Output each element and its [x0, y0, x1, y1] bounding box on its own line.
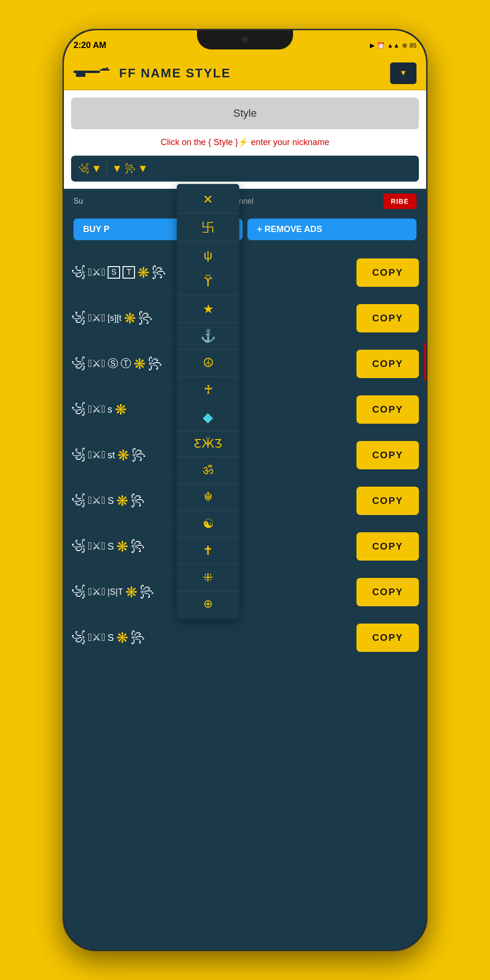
dropdown-item-om[interactable]: ॐ: [177, 457, 239, 484]
copy-button-9[interactable]: COPY: [356, 624, 419, 652]
ff-symbol-right-2: ❋: [124, 310, 136, 327]
right-symbol: ▼: [112, 162, 122, 175]
action-row: BUY P + REMOVE ADS: [64, 214, 426, 245]
ff-char-2: 𓆩⚔𓆪: [88, 312, 105, 324]
header-dropdown-btn[interactable]: ▼: [390, 62, 416, 84]
ff-symbol-9: ꧁: [71, 629, 86, 646]
instruction-text: Click on the { Style }⚡ enter your nickn…: [71, 136, 419, 148]
phone-frame: 2:20 AM ▶ ⏰ ▲▲ ⊗ 85 FF NAME: [62, 29, 428, 951]
selector-divider: [107, 161, 107, 176]
ff-symbol-right-8: ❋: [125, 584, 137, 600]
dropdown-item-khanda[interactable]: ☬: [177, 484, 239, 511]
dropdown-item-candle[interactable]: ♰: [177, 377, 239, 404]
header-dropdown-arrow: ▼: [400, 69, 407, 77]
ff-char-1: 𓆩⚔𓆪: [88, 266, 105, 279]
dropdown-item-peace[interactable]: ☮: [177, 350, 239, 377]
copy-button-1[interactable]: COPY: [356, 258, 419, 287]
table-row: ꧁ 𓆩⚔𓆪 s ❋ COPY: [64, 387, 426, 432]
ff-char-4: 𓆩⚔𓆪: [88, 403, 105, 416]
table-row: ꧁ 𓆩⚔𓆪 S T ❋ ꧂ COPY: [64, 250, 426, 295]
style-input-area[interactable]: Style: [71, 98, 419, 129]
box-s: S: [108, 266, 121, 279]
ff-symbol-right-6: ❋: [116, 492, 128, 509]
svg-point-4: [106, 67, 108, 69]
wifi-icon: ⊗: [402, 42, 407, 49]
table-row: ꧁ 𓆩⚔𓆪 Ⓢ Ⓣ ❋ ꧂ COPY: [64, 341, 426, 387]
style-preview-9: ꧁ 𓆩⚔𓆪 S ❋ ꧂: [71, 629, 356, 646]
table-row: ꧁ 𓆩⚔𓆪 S ❋ ꧂ COPY: [64, 478, 426, 524]
copy-button-6[interactable]: COPY: [356, 487, 419, 515]
table-row: ꧁ 𓆩⚔𓆪 st ❋ ꧂ COPY: [64, 432, 426, 478]
signal-icon: ▲▲: [387, 42, 400, 49]
dropdown-item-shield[interactable]: ⊕: [177, 591, 239, 616]
dropdown-item-star[interactable]: ★: [177, 296, 239, 323]
ff-symbol-right-1: ❋: [137, 264, 149, 281]
ff-symbol-end-2: ꧂: [138, 310, 153, 326]
plain-st: st: [108, 450, 115, 461]
circle-s: Ⓢ: [108, 356, 118, 371]
ff-symbol-4: ꧁: [71, 401, 86, 417]
ff-symbol-6: ꧁: [71, 492, 86, 509]
app-header: FF NAME STYLE ▼: [64, 57, 426, 90]
table-row: ꧁ 𓆩⚔𓆪 |S|T ❋ ꧂ COPY: [64, 569, 426, 615]
right-selector[interactable]: ▼ ꧂ ▼: [112, 162, 148, 175]
dropdown-item-diamond[interactable]: ◆: [177, 404, 239, 431]
copy-button-5[interactable]: COPY: [356, 441, 419, 469]
ff-symbol-right-4: ❋: [115, 401, 127, 418]
ff-symbol-right-7: ❋: [116, 538, 128, 555]
ff-symbol-end-9: ꧂: [131, 629, 145, 646]
ff-symbol-3: ꧁: [71, 355, 86, 372]
symbol-dropdown[interactable]: ✕ 卐 ψ ϔ ★ ⚓ ☮ ♰ ◆ ƸӜƷ ॐ ☬ ☯ ✝ ⁜ ⊕: [177, 184, 239, 619]
dropdown-item-swastika[interactable]: 卐: [177, 213, 239, 242]
dropdown-item-yinyang[interactable]: ☯: [177, 511, 239, 538]
dropdown-item-cross2[interactable]: ✝: [177, 538, 239, 564]
svg-rect-1: [100, 69, 110, 71]
right-symbol-2: ꧂: [125, 162, 135, 175]
copy-button-4[interactable]: COPY: [356, 395, 419, 424]
ff-char-9: 𓆩⚔𓆪: [88, 631, 105, 644]
ff-char-5: 𓆩⚔𓆪: [88, 449, 105, 461]
alarm-icon: ⏰: [377, 42, 385, 49]
svg-rect-2: [76, 73, 86, 77]
status-time: 2:20 AM: [74, 40, 106, 50]
ff-symbol-end-6: ꧂: [131, 492, 145, 509]
dropdown-item-trident[interactable]: ψ: [177, 242, 239, 269]
ff-char-6: 𓆩⚔𓆪: [88, 494, 105, 507]
left-dropdown-arrow: ▼: [91, 162, 102, 175]
svg-rect-3: [102, 68, 106, 69]
table-row: ꧁ 𓆩⚔𓆪 [s][t ❋ ꧂ COPY: [64, 295, 426, 341]
play-icon: ▶: [370, 42, 375, 49]
app-title: FF NAME STYLE: [119, 66, 383, 81]
remove-ads-button[interactable]: + REMOVE ADS: [247, 219, 416, 240]
status-icons: ▶ ⏰ ▲▲ ⊗ 85: [370, 42, 416, 49]
box-t: T: [122, 266, 135, 279]
dropdown-item-symbol4[interactable]: ϔ: [177, 269, 239, 296]
subscribe-text: Su: [74, 197, 83, 206]
copy-button-7[interactable]: COPY: [356, 532, 419, 561]
ff-char-3: 𓆩⚔𓆪: [88, 357, 105, 370]
main-content: Style Click on the { Style }⚡ enter your…: [64, 90, 426, 189]
battery-icon: 85: [410, 42, 416, 49]
dropdown-item-butterfly[interactable]: ƸӜƷ: [177, 431, 239, 457]
copy-button-2[interactable]: COPY: [356, 304, 419, 332]
table-row: ꧁ 𓆩⚔𓆪 S ❋ ꧂ COPY: [64, 524, 426, 569]
copy-button-8[interactable]: COPY: [356, 578, 419, 606]
svg-rect-0: [74, 71, 100, 73]
plain-s-2: S: [108, 495, 114, 506]
dropdown-item-cross3[interactable]: ⁜: [177, 564, 239, 591]
ff-char-7: 𓆩⚔𓆪: [88, 540, 105, 552]
left-selector[interactable]: ꧁ ▼: [78, 162, 102, 175]
selector-row: ꧁ ▼ ▼ ꧂ ▼: [71, 156, 419, 182]
style-input-label: Style: [233, 107, 257, 119]
subscribe-bar: Su My Channel RIBE: [64, 189, 426, 214]
right-dropdown-arrow: ▼: [138, 162, 148, 175]
ff-char-8: 𓆩⚔𓆪: [88, 586, 105, 598]
ff-symbol-1: ꧁: [71, 264, 86, 281]
ff-symbol-8: ꧁: [71, 584, 86, 600]
dropdown-item-anchor[interactable]: ⚓: [177, 323, 239, 350]
copy-button-3[interactable]: COPY: [356, 350, 419, 378]
dark-section: Su My Channel RIBE BUY P + REMOVE ADS ꧁ …: [64, 189, 426, 665]
dropdown-item-cross[interactable]: ✕: [177, 186, 239, 213]
subscribe-button[interactable]: RIBE: [383, 194, 416, 209]
ff-symbol-end-7: ꧂: [131, 538, 145, 554]
